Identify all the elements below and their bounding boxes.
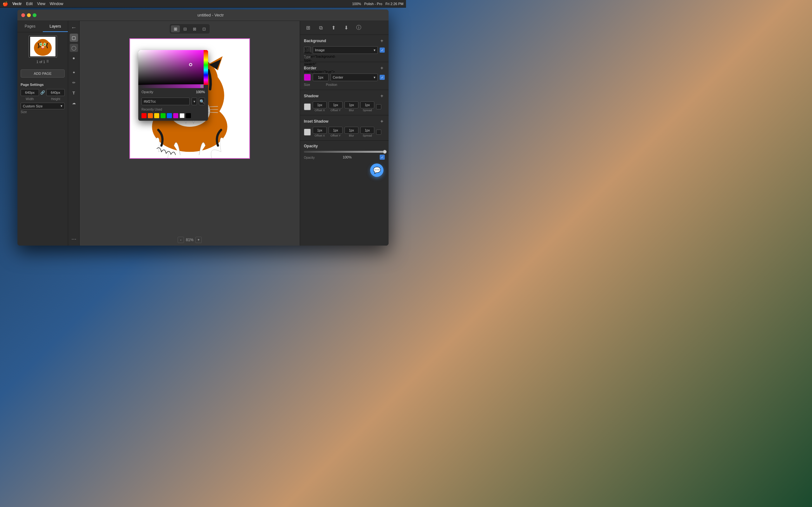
shadow-blur-input[interactable] <box>345 101 358 108</box>
alpha-thumb <box>200 84 203 88</box>
text-tool[interactable]: T <box>70 89 78 97</box>
eyedropper-button[interactable]: 🔍 <box>199 98 205 105</box>
background-type-row: ');" data-name="background-type-swatch" … <box>304 46 385 54</box>
ellipse-tool[interactable]: ◯ <box>70 44 78 52</box>
tab-pages[interactable]: Pages <box>17 21 43 32</box>
shadow-offset-x-label: Offset X <box>315 109 325 112</box>
hex-format-dropdown[interactable]: ▾ <box>192 98 197 105</box>
import-icon[interactable]: ⬇ <box>341 23 351 33</box>
opacity-slider[interactable] <box>304 151 385 153</box>
border-color-swatch[interactable] <box>304 74 311 81</box>
right-panel: ⊞ ⧉ ⬆ ⬇ ⓘ Background + ');" data-name="b… <box>300 21 389 245</box>
align-center-tool[interactable]: ⊟ <box>181 25 189 32</box>
rectangle-tool[interactable]: ▢ <box>70 34 78 42</box>
more-options[interactable]: ⋯ <box>70 235 78 243</box>
swatch-red[interactable] <box>142 113 147 118</box>
canvas-toolbar: ⊞ ⊟ ⊠ ⊡ <box>170 24 210 34</box>
shadow-blur-group: Blur <box>345 101 358 112</box>
color-spectrum[interactable] <box>204 50 208 85</box>
color-gradient-area[interactable] <box>138 50 208 88</box>
zoom-plus-button[interactable]: + <box>195 237 202 243</box>
maximize-button[interactable] <box>33 13 37 17</box>
tool-sidebar: ← ▢ ◯ ● ✦ ✏ T ☁ ⋯ <box>68 21 80 245</box>
inset-shadow-blur-label: Blur <box>349 134 354 137</box>
inset-shadow-add-button[interactable]: + <box>379 118 385 124</box>
inset-shadow-spread-label: Spread <box>362 134 372 137</box>
minimize-button[interactable] <box>27 13 31 17</box>
import-tool[interactable]: ☁ <box>70 99 78 107</box>
height-input[interactable] <box>46 89 65 96</box>
zoom-minus-button[interactable]: - <box>177 237 184 243</box>
background-enabled-check[interactable]: ✓ <box>380 48 385 53</box>
shadow-color-swatch[interactable] <box>304 103 311 110</box>
size-label: Size <box>20 110 65 114</box>
border-add-button[interactable]: + <box>379 65 385 71</box>
width-input[interactable] <box>20 89 39 96</box>
export-icon[interactable]: ⬆ <box>328 23 339 33</box>
height-label: Height <box>46 97 65 101</box>
opacity-enabled-check[interactable]: ✓ <box>380 155 385 160</box>
inset-shadow-offset-x-input[interactable] <box>313 127 327 134</box>
page-settings: Page Settings 🔗 Width Height Custom Size… <box>17 80 68 116</box>
border-enabled-check[interactable]: ✓ <box>380 75 385 80</box>
hex-input[interactable] <box>142 98 190 105</box>
swatch-purple[interactable] <box>173 113 178 118</box>
border-position-dropdown[interactable]: Center ▾ <box>331 73 378 81</box>
size-dropdown[interactable]: Custom Size ▾ <box>20 103 65 109</box>
shadow-blur-label: Blur <box>349 109 354 112</box>
swatch-white[interactable] <box>180 113 185 118</box>
page-thumbnail[interactable] <box>29 36 57 58</box>
pen-tool[interactable]: ✏ <box>70 78 78 87</box>
alpha-bar[interactable] <box>138 84 204 88</box>
locale-indicator: Polish - Pro <box>364 2 382 6</box>
border-size-input[interactable] <box>313 73 328 81</box>
opacity-label-text: Opacity <box>304 156 315 159</box>
shadow-enabled-check[interactable] <box>376 104 381 109</box>
inset-shadow-enabled-check[interactable] <box>376 130 381 135</box>
opacity-value: 100% <box>196 90 205 94</box>
info-icon[interactable]: ⓘ <box>353 23 364 33</box>
swatch-orange[interactable] <box>148 113 153 118</box>
color-cursor[interactable] <box>189 63 192 66</box>
inset-shadow-offset-y-input[interactable] <box>328 127 343 134</box>
node-tool[interactable]: ✦ <box>70 68 78 77</box>
shadow-section-header: Shadow + <box>304 93 385 99</box>
back-button[interactable]: ← <box>70 23 78 32</box>
swatch-black[interactable] <box>186 113 191 118</box>
background-add-button[interactable]: + <box>379 38 385 44</box>
swatch-yellow[interactable] <box>154 113 159 118</box>
align-top-tool[interactable]: ⊠ <box>190 25 199 32</box>
tab-layers[interactable]: Layers <box>43 21 68 32</box>
inset-shadow-color-swatch[interactable] <box>304 129 311 135</box>
background-type-dropdown[interactable]: Image ▾ <box>313 46 378 54</box>
opacity-value-row: Opacity 100% ✓ <box>304 155 385 160</box>
shadow-add-button[interactable]: + <box>379 93 385 99</box>
align-bottom-tool[interactable]: ⊡ <box>200 25 208 32</box>
edit-menu[interactable]: Edit <box>26 2 33 6</box>
swatch-green[interactable] <box>160 113 165 118</box>
chat-area: 💬 <box>300 163 389 182</box>
page-thumbnail-inner <box>30 37 55 56</box>
align-left-tool[interactable]: ⊞ <box>171 25 180 32</box>
inset-shadow-blur-input[interactable] <box>345 127 358 134</box>
window-menu[interactable]: Window <box>50 2 63 6</box>
color-gradient[interactable] <box>138 50 208 85</box>
layers-icon[interactable]: ⧉ <box>315 23 326 33</box>
titlebar: untitled - Vectr <box>17 9 389 21</box>
circle-tool[interactable]: ● <box>70 54 78 62</box>
add-page-button[interactable]: ADD PAGE <box>20 69 65 78</box>
close-button[interactable] <box>21 13 25 17</box>
inset-shadow-spread-input[interactable] <box>360 127 374 134</box>
apple-menu[interactable]: 🍎 <box>3 1 8 6</box>
swatch-blue[interactable] <box>167 113 172 118</box>
shadow-offset-x-input[interactable] <box>313 101 327 108</box>
view-menu[interactable]: View <box>37 2 45 6</box>
shadow-offset-y-input[interactable] <box>328 101 343 108</box>
shadow-offset-y-group: Offset Y <box>328 101 343 112</box>
shadow-spread-group: Spread <box>360 101 374 112</box>
inset-shadow-title: Inset Shadow <box>304 119 328 124</box>
shadow-inputs: Offset X Offset Y Blur Spread <box>304 101 385 112</box>
shadow-spread-input[interactable] <box>360 101 374 108</box>
grid-icon[interactable]: ⊞ <box>303 23 313 33</box>
chat-button[interactable]: 💬 <box>370 164 384 177</box>
